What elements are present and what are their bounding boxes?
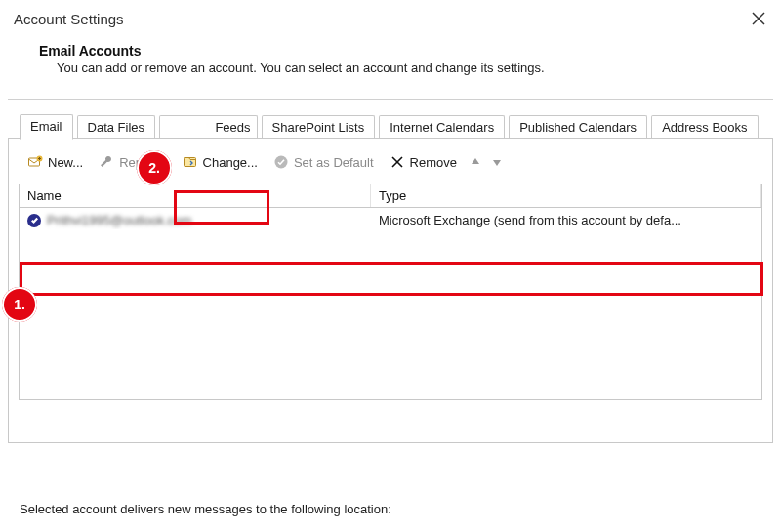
footer-text: Selected account delivers new messages t…	[20, 502, 391, 516]
tab-published-calendars[interactable]: Published Calendars	[509, 115, 647, 140]
titlebar: Account Settings	[0, 0, 781, 33]
move-down-button	[487, 152, 507, 172]
account-settings-window: Account Settings Email Accounts You can …	[0, 0, 781, 532]
arrow-down-icon	[491, 156, 503, 168]
account-name-cell: Prithvi1995@outlook.com	[20, 211, 371, 229]
account-type-cell: Microsoft Exchange (send from this accou…	[371, 211, 761, 229]
wrench-icon	[99, 154, 114, 170]
list-header: Name Type	[20, 184, 761, 208]
tab-sharepoint-lists[interactable]: SharePoint Lists	[262, 115, 376, 140]
close-icon	[752, 12, 765, 25]
col-header-name[interactable]: Name	[20, 184, 371, 207]
col-header-type[interactable]: Type	[371, 184, 761, 207]
intro-block: Email Accounts You can add or remove an …	[0, 33, 781, 99]
tabstrip: Email Data Files RSS FeedsFeeds SharePoi…	[0, 100, 781, 139]
intro-subtext: You can add or remove an account. You ca…	[57, 61, 761, 75]
intro-heading: Email Accounts	[39, 43, 761, 59]
new-mail-icon	[27, 154, 43, 170]
tab-data-files[interactable]: Data Files	[77, 115, 156, 140]
new-button[interactable]: New...	[21, 150, 90, 174]
remove-button[interactable]: Remove	[383, 150, 464, 174]
remove-x-icon	[390, 154, 405, 170]
check-circle-icon	[273, 154, 289, 170]
tab-panel-email: New... Repair... Change... Set as Defaul…	[8, 139, 773, 443]
arrow-up-icon	[470, 156, 481, 168]
close-button[interactable]	[750, 10, 767, 27]
account-row[interactable]: Prithvi1995@outlook.com Microsoft Exchan…	[20, 208, 761, 232]
tab-rss-feeds[interactable]: RSS FeedsFeeds	[159, 115, 257, 140]
change-button[interactable]: Change...	[176, 150, 265, 174]
window-title: Account Settings	[14, 11, 124, 27]
toolbar: New... Repair... Change... Set as Defaul…	[19, 148, 762, 184]
tab-internet-calendars[interactable]: Internet Calendars	[379, 115, 505, 140]
tab-baseline	[8, 138, 773, 139]
default-account-icon	[27, 214, 41, 227]
tab-address-books[interactable]: Address Books	[651, 115, 758, 140]
set-default-button: Set as Default	[267, 150, 381, 174]
tab-email[interactable]: Email	[20, 114, 73, 140]
repair-button: Repair...	[92, 150, 173, 174]
move-up-button	[466, 152, 485, 172]
account-name: Prithvi1995@outlook.com	[47, 213, 191, 227]
accounts-list: Name Type Prithvi1995@outlook.com Micros…	[19, 184, 762, 400]
change-folder-icon	[183, 154, 198, 170]
